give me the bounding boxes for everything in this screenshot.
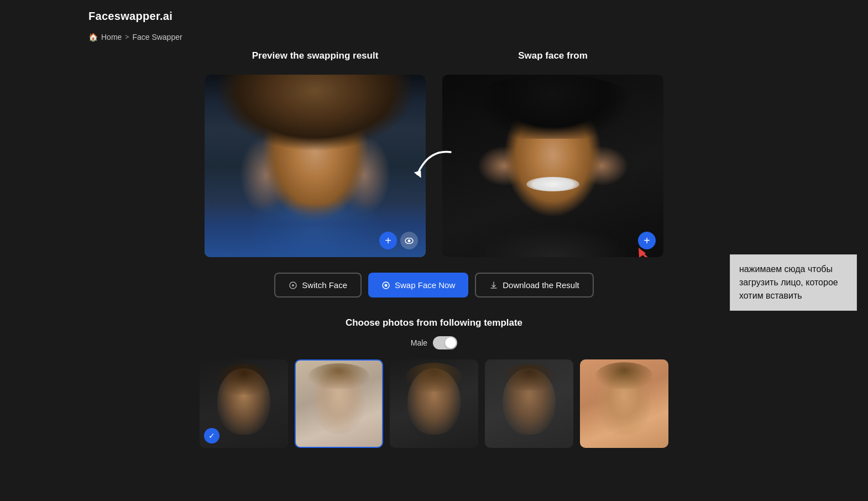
- thumbnail-2[interactable]: [295, 359, 383, 448]
- annotation-text: нажимаем сюда чтобы загрузить лицо, кото…: [739, 264, 838, 300]
- thumbnail-1[interactable]: ✓: [200, 359, 288, 448]
- download-icon: [489, 281, 498, 290]
- thumb-2-hair: [308, 363, 369, 389]
- preview-eye-button[interactable]: [400, 232, 418, 249]
- thumb-4-hair: [503, 364, 556, 390]
- breadcrumb-home-label[interactable]: Home: [101, 33, 122, 41]
- gender-toggle-row: Male: [88, 336, 780, 349]
- header: Faceswapper.ai: [0, 0, 868, 33]
- switch-face-button[interactable]: Switch Face: [274, 273, 362, 298]
- template-section: Choose photos from following template Ma…: [88, 317, 780, 448]
- thumbnail-3[interactable]: [390, 359, 478, 448]
- left-image-panel: +: [205, 75, 426, 257]
- home-icon: 🏠: [88, 33, 98, 41]
- thumbnails-row: ✓: [88, 359, 780, 448]
- right-teeth: [526, 177, 579, 191]
- action-buttons-row: Switch Face Swap Face Now Download the R…: [88, 273, 780, 298]
- gender-toggle[interactable]: [433, 336, 457, 349]
- gender-label: Male: [411, 338, 427, 347]
- switch-icon: [289, 281, 297, 290]
- download-result-button[interactable]: Download the Result: [475, 273, 593, 298]
- right-photo: [442, 75, 663, 257]
- thumb-3-hair: [406, 363, 462, 391]
- swap-icon: [381, 281, 390, 290]
- svg-point-5: [292, 284, 294, 286]
- thumb-5-hair: [596, 362, 652, 389]
- main-content: Preview the swapping result Swap face fr…: [0, 50, 868, 448]
- right-hat: [464, 75, 641, 139]
- left-hair: [205, 75, 426, 157]
- annotation-box: нажимаем сюда чтобы загрузить лицо, кото…: [730, 254, 857, 311]
- logo: Faceswapper.ai: [88, 10, 172, 23]
- template-title: Choose photos from following template: [88, 317, 780, 328]
- left-photo: [205, 75, 426, 257]
- right-image-panel: +: [442, 75, 663, 257]
- thumbnail-4[interactable]: [485, 359, 573, 448]
- breadcrumb: 🏠 Home > Face Swapper: [0, 33, 868, 50]
- breadcrumb-separator: >: [125, 33, 129, 41]
- thumb-1-hair: [217, 364, 270, 395]
- breadcrumb-current: Face Swapper: [132, 33, 182, 41]
- panels-wrapper: + +: [88, 75, 780, 257]
- right-panel-title: Swap face from: [442, 50, 663, 61]
- toggle-knob: [445, 337, 456, 348]
- add-photo-left-button[interactable]: +: [379, 232, 397, 249]
- swap-face-now-button[interactable]: Swap Face Now: [368, 273, 468, 298]
- thumbnail-5[interactable]: [580, 359, 668, 448]
- add-photo-right-button[interactable]: +: [638, 232, 656, 249]
- check-badge: ✓: [204, 428, 219, 443]
- svg-point-7: [385, 284, 388, 286]
- left-panel-title: Preview the swapping result: [205, 50, 426, 61]
- svg-point-1: [408, 239, 411, 242]
- left-shirt: [205, 202, 426, 257]
